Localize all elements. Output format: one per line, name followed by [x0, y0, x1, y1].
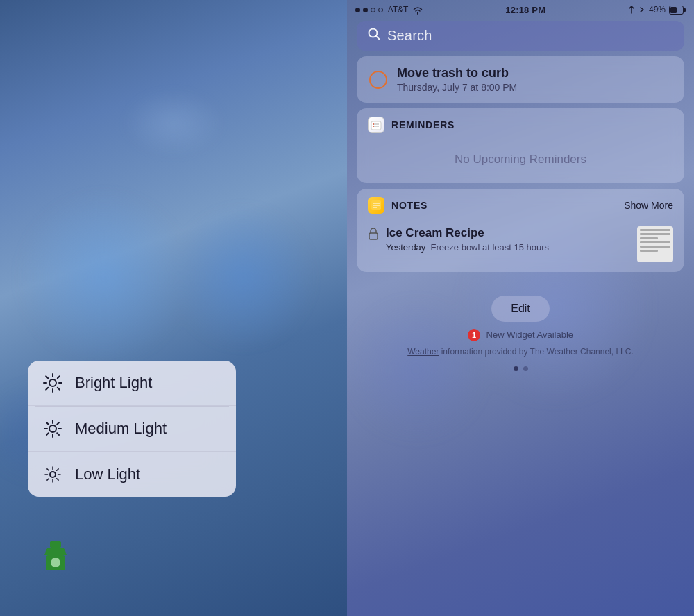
- light-options-menu: Bright Light Medium Light: [28, 361, 236, 497]
- bright-light-label: Bright Light: [75, 374, 152, 392]
- page-dots: [347, 366, 694, 371]
- medium-light-option[interactable]: Medium Light: [28, 407, 236, 452]
- new-widget-label: New Widget Available: [486, 330, 574, 340]
- notes-lock-icon: [368, 228, 379, 243]
- status-time: 12:18 PM: [505, 5, 545, 15]
- notes-app-name: NOTES: [391, 200, 428, 211]
- reminders-app-name: REMINDERS: [391, 119, 455, 130]
- battery-percent: 49%: [649, 5, 666, 15]
- search-placeholder: Search: [387, 28, 432, 44]
- svg-rect-45: [369, 233, 378, 239]
- status-right-icons: 49%: [628, 5, 686, 15]
- calendar-circle-icon: [369, 71, 387, 89]
- calendar-event: Move trash to curb Thursday, July 7 at 8…: [357, 56, 684, 103]
- notes-title: Ice Cream Recipe: [386, 226, 630, 240]
- notes-content: Ice Cream Recipe Yesterday Freeze bowl a…: [386, 226, 630, 253]
- signal-dot-1: [355, 8, 360, 12]
- bluetooth-icon: [638, 5, 645, 15]
- notes-date: Yesterday: [386, 242, 425, 253]
- charge-icon: [628, 5, 635, 15]
- svg-rect-33: [670, 7, 677, 13]
- weather-credit-text: information provided by The Weather Chan…: [441, 347, 634, 357]
- battery-icon: [669, 6, 686, 15]
- thumb-line: [640, 241, 670, 243]
- page-dot-2[interactable]: [523, 366, 528, 371]
- low-light-label: Low Light: [75, 465, 140, 484]
- weather-link[interactable]: Weather: [407, 347, 439, 357]
- calendar-event-content: Move trash to curb Thursday, July 7 at 8…: [397, 66, 517, 93]
- svg-point-30: [51, 558, 60, 567]
- notes-show-more[interactable]: Show More: [624, 200, 673, 211]
- right-panel: AT&T 12:18 PM 49%: [347, 0, 694, 616]
- thumb-line: [640, 237, 658, 239]
- wifi-icon: [412, 5, 423, 15]
- signal-dot-3: [371, 8, 375, 12]
- svg-rect-27: [50, 541, 61, 548]
- svg-line-23: [47, 469, 49, 470]
- notes-thumbnail: [637, 226, 673, 262]
- search-icon: [368, 28, 380, 44]
- svg-point-9: [49, 425, 56, 432]
- notes-app-icon: [368, 197, 384, 214]
- svg-marker-28: [44, 548, 67, 555]
- flashlight-icon[interactable]: [42, 540, 69, 574]
- low-light-option[interactable]: Low Light: [28, 452, 236, 497]
- calendar-event-date: Thursday, July 7 at 8:00 PM: [397, 82, 517, 93]
- thumb-line: [640, 246, 670, 248]
- new-widget-badge: 1: [468, 329, 480, 341]
- status-bar: AT&T 12:18 PM 49%: [347, 0, 694, 17]
- svg-line-14: [46, 422, 49, 425]
- sun-medium-icon: [42, 418, 64, 440]
- svg-line-24: [57, 479, 58, 480]
- svg-point-0: [49, 379, 56, 386]
- svg-point-39: [373, 123, 374, 125]
- reminders-empty-message: No Upcoming Reminders: [357, 139, 684, 183]
- svg-point-18: [50, 472, 56, 477]
- svg-line-15: [57, 433, 59, 435]
- page-dot-1[interactable]: [514, 366, 518, 371]
- notes-item[interactable]: Ice Cream Recipe Yesterday Freeze bowl a…: [357, 219, 684, 272]
- calendar-event-title: Move trash to curb: [397, 66, 517, 80]
- medium-light-label: Medium Light: [75, 420, 167, 438]
- svg-line-8: [58, 376, 60, 378]
- left-blur-background: [0, 0, 347, 616]
- reminders-widget[interactable]: REMINDERS No Upcoming Reminders: [357, 108, 684, 183]
- new-widget-text: 1 New Widget Available: [347, 329, 694, 341]
- status-carrier: AT&T: [355, 5, 423, 15]
- svg-line-16: [46, 433, 49, 435]
- svg-point-40: [373, 126, 374, 127]
- reminders-app-icon: [368, 117, 384, 133]
- search-bar[interactable]: Search: [357, 21, 684, 51]
- svg-rect-36: [371, 121, 381, 130]
- svg-line-25: [47, 479, 49, 480]
- calendar-widget[interactable]: Move trash to curb Thursday, July 7 at 8…: [357, 56, 684, 103]
- notes-meta: Yesterday Freeze bowl at least 15 hours: [386, 242, 630, 253]
- svg-line-35: [376, 36, 380, 40]
- svg-line-7: [46, 388, 48, 390]
- thumb-line: [640, 229, 670, 231]
- svg-line-6: [58, 388, 60, 390]
- bright-light-option[interactable]: Bright Light: [28, 361, 236, 406]
- reminders-header: REMINDERS: [357, 108, 684, 139]
- thumb-line: [640, 233, 670, 235]
- notes-preview: Freeze bowl at least 15 hours: [431, 242, 550, 253]
- left-panel: Bright Light Medium Light: [0, 0, 347, 616]
- signal-dot-2: [363, 8, 368, 12]
- sun-bright-icon: [42, 372, 64, 394]
- notes-header: NOTES Show More: [357, 189, 684, 219]
- weather-credit: Weather information provided by The Weat…: [347, 347, 694, 357]
- notes-widget[interactable]: NOTES Show More Ice Cream Recipe Yesterd…: [357, 189, 684, 272]
- svg-line-26: [57, 469, 58, 470]
- svg-line-17: [57, 422, 59, 425]
- signal-dot-4: [378, 8, 383, 12]
- thumb-line: [640, 250, 658, 252]
- widgets-container: Search Move trash to curb Thursday, July…: [347, 17, 694, 284]
- sun-low-icon: [42, 463, 64, 486]
- svg-line-5: [46, 376, 48, 378]
- edit-button[interactable]: Edit: [491, 296, 550, 322]
- svg-rect-32: [684, 8, 686, 12]
